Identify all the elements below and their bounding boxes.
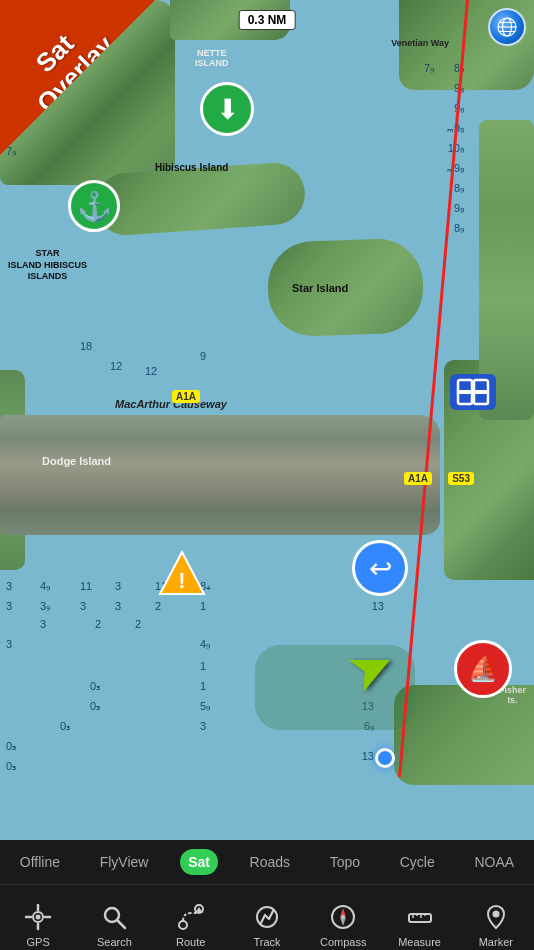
- map-type-sat[interactable]: Sat: [180, 849, 218, 875]
- marker-icon: [480, 901, 512, 933]
- anchor-marker[interactable]: ⚓: [68, 180, 120, 232]
- anchor-icon: ⚓: [77, 190, 112, 223]
- s53-label: S53: [448, 472, 474, 485]
- star-hibiscus-label: STARISLAND HIBISCUSISLANDS: [8, 248, 87, 283]
- globe-icon: [496, 16, 518, 38]
- gps-icon: [22, 901, 54, 933]
- nav-track[interactable]: Track: [229, 885, 305, 950]
- compass-label: Compass: [320, 936, 366, 948]
- dodge-island: [0, 415, 440, 535]
- nettie-label: NETTEISLAND: [195, 48, 229, 68]
- warning-icon: !: [158, 550, 206, 596]
- scale-label: 0.3 NM: [248, 13, 287, 27]
- svg-line-17: [118, 921, 126, 929]
- map-container[interactable]: 7₉ 4₉ 7₉ 7₉ 7₉ 8₉ 8₉ 7₉ 8₉ 9₈ 9₈ ₘ9₈ 10₈…: [0, 0, 534, 840]
- svg-point-18: [179, 921, 187, 929]
- map-type-offline[interactable]: Offline: [12, 849, 68, 875]
- nav-measure[interactable]: Measure: [381, 885, 457, 950]
- map-type-noaa[interactable]: NOAA: [466, 849, 522, 875]
- measure-icon: [404, 901, 436, 933]
- svg-rect-9: [458, 390, 488, 394]
- blue-boat-marker[interactable]: ↩: [352, 540, 408, 596]
- marker-label: Marker: [479, 936, 513, 948]
- search-label: Search: [97, 936, 132, 948]
- nav-compass[interactable]: Compass: [305, 885, 381, 950]
- red-boat-icon: ⛵: [468, 655, 498, 683]
- macarthur-causeway-label: MacArthur Causeway: [115, 398, 227, 410]
- scale-bar: 0.3 NM: [239, 10, 296, 30]
- svg-point-15: [36, 915, 41, 920]
- map-type-topo[interactable]: Topo: [322, 849, 368, 875]
- svg-point-25: [341, 915, 345, 919]
- dock-icon[interactable]: [450, 374, 496, 410]
- a1a-label-2: A1A: [404, 472, 432, 485]
- route-icon: [175, 901, 207, 933]
- dodge-island-label: Dodge Island: [42, 455, 111, 467]
- search-icon: [98, 901, 130, 933]
- dock-svg-icon: [456, 378, 490, 406]
- svg-text:!: !: [178, 568, 185, 593]
- track-icon: [251, 901, 283, 933]
- nav-marker[interactable]: Marker: [458, 885, 534, 950]
- track-label: Track: [253, 936, 280, 948]
- map-type-roads[interactable]: Roads: [242, 849, 298, 875]
- download-icon: ⬇: [216, 93, 239, 126]
- nav-search[interactable]: Search: [76, 885, 152, 950]
- measure-label: Measure: [398, 936, 441, 948]
- nav-route[interactable]: Route: [153, 885, 229, 950]
- nav-gps[interactable]: GPS: [0, 885, 76, 950]
- venetian-label: Venetian Way: [391, 38, 449, 48]
- globe-button[interactable]: [488, 8, 526, 46]
- svg-point-31: [492, 911, 499, 918]
- gps-label: GPS: [27, 936, 50, 948]
- map-type-flyview[interactable]: FlyView: [92, 849, 157, 875]
- warning-marker[interactable]: !: [158, 548, 206, 598]
- bottom-nav: GPS Search Route: [0, 884, 534, 950]
- download-arrow-marker[interactable]: ⬇: [200, 82, 254, 136]
- red-boat-marker[interactable]: ⛵: [454, 640, 512, 698]
- route-label: Route: [176, 936, 205, 948]
- map-type-bar: Offline FlyView Sat Roads Topo Cycle NOA…: [0, 840, 534, 884]
- map-type-cycle[interactable]: Cycle: [392, 849, 443, 875]
- back-arrow-icon: ↩: [369, 552, 392, 585]
- compass-icon: [327, 901, 359, 933]
- star-island-label: Star Island: [292, 282, 348, 294]
- hibiscus-label: Hibiscus Island: [155, 162, 228, 173]
- location-dot[interactable]: [375, 748, 395, 768]
- a1a-label-1: A1A: [172, 390, 200, 403]
